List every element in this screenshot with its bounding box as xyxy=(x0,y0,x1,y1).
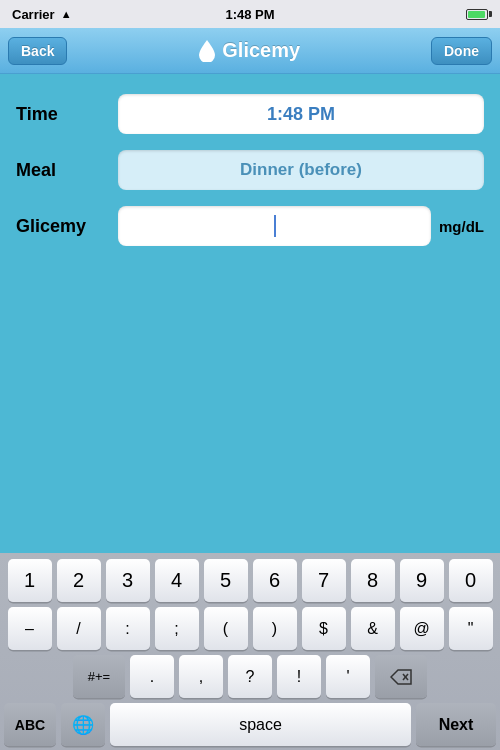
key-comma[interactable]: , xyxy=(179,655,223,698)
key-backspace[interactable] xyxy=(375,655,427,698)
key-space[interactable]: space xyxy=(110,703,411,746)
key-1[interactable]: 1 xyxy=(8,559,52,602)
time-label: Time xyxy=(16,104,106,125)
meal-label: Meal xyxy=(16,160,106,181)
key-question[interactable]: ? xyxy=(228,655,272,698)
wifi-icon: ▲ xyxy=(61,8,72,20)
key-5[interactable]: 5 xyxy=(204,559,248,602)
key-3[interactable]: 3 xyxy=(106,559,150,602)
key-apostrophe[interactable]: ' xyxy=(326,655,370,698)
key-quote[interactable]: " xyxy=(449,607,493,650)
keyboard-row-punct: #+= . , ? ! ' xyxy=(4,655,496,698)
drop-icon xyxy=(198,40,216,62)
keyboard-row-symbols: – / : ; ( ) $ & @ " xyxy=(4,607,496,650)
glicemy-input[interactable] xyxy=(118,206,431,246)
key-4[interactable]: 4 xyxy=(155,559,199,602)
key-exclaim[interactable]: ! xyxy=(277,655,321,698)
battery-icon xyxy=(466,9,488,20)
meal-field[interactable]: Dinner (before) xyxy=(118,150,484,190)
key-ampersand[interactable]: & xyxy=(351,607,395,650)
text-cursor xyxy=(274,215,276,237)
key-2[interactable]: 2 xyxy=(57,559,101,602)
back-button[interactable]: Back xyxy=(8,37,67,65)
key-open-paren[interactable]: ( xyxy=(204,607,248,650)
key-globe[interactable]: 🌐 xyxy=(61,703,105,746)
time-row: Time 1:48 PM xyxy=(16,94,484,134)
glicemy-label: Glicemy xyxy=(16,216,106,237)
key-6[interactable]: 6 xyxy=(253,559,297,602)
unit-label: mg/dL xyxy=(439,218,484,235)
glicemy-row: Glicemy mg/dL xyxy=(16,206,484,246)
keyboard-row-numbers: 1 2 3 4 5 6 7 8 9 0 xyxy=(4,559,496,602)
key-close-paren[interactable]: ) xyxy=(253,607,297,650)
meal-row: Meal Dinner (before) xyxy=(16,150,484,190)
key-toggle-symbol[interactable]: #+= xyxy=(73,655,125,698)
key-semicolon[interactable]: ; xyxy=(155,607,199,650)
carrier-label: Carrier xyxy=(12,7,55,22)
key-8[interactable]: 8 xyxy=(351,559,395,602)
key-abc[interactable]: ABC xyxy=(4,703,56,746)
key-period[interactable]: . xyxy=(130,655,174,698)
key-slash[interactable]: / xyxy=(57,607,101,650)
content-area: Time 1:48 PM Meal Dinner (before) Glicem… xyxy=(0,74,500,553)
status-bar: Carrier ▲ 1:48 PM xyxy=(0,0,500,28)
time-field[interactable]: 1:48 PM xyxy=(118,94,484,134)
key-0[interactable]: 0 xyxy=(449,559,493,602)
key-dash[interactable]: – xyxy=(8,607,52,650)
key-7[interactable]: 7 xyxy=(302,559,346,602)
keyboard-row-bottom: ABC 🌐 space Next xyxy=(4,703,496,746)
key-next[interactable]: Next xyxy=(416,703,496,746)
done-button[interactable]: Done xyxy=(431,37,492,65)
keyboard: 1 2 3 4 5 6 7 8 9 0 – / : ; ( ) $ & @ " … xyxy=(0,553,500,750)
nav-title: Glicemy xyxy=(198,39,300,62)
key-dollar[interactable]: $ xyxy=(302,607,346,650)
status-time: 1:48 PM xyxy=(225,7,274,22)
key-at[interactable]: @ xyxy=(400,607,444,650)
key-9[interactable]: 9 xyxy=(400,559,444,602)
nav-bar: Back Glicemy Done xyxy=(0,28,500,74)
key-colon[interactable]: : xyxy=(106,607,150,650)
